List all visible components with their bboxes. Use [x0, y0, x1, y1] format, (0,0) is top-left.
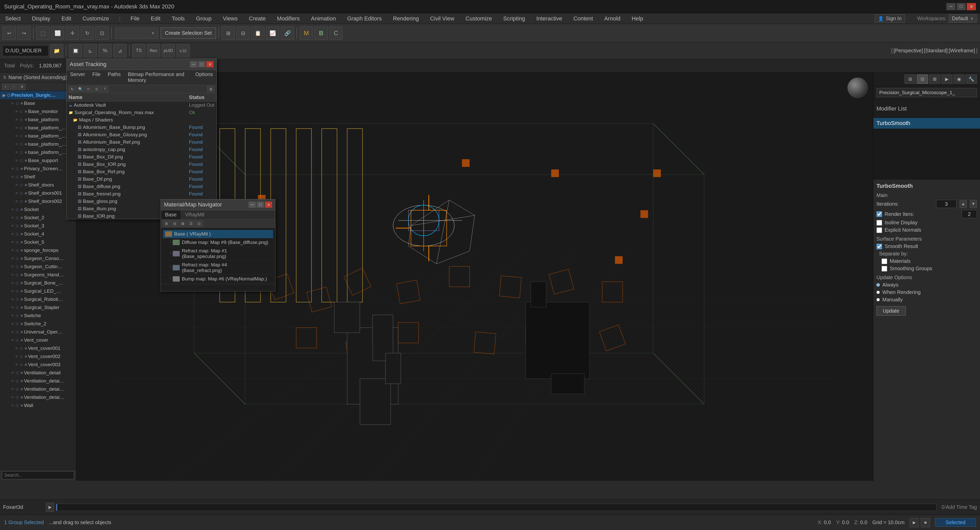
mirror-button[interactable]: ⊞: [221, 27, 235, 40]
at-row[interactable]: 🖼 Alluminium_Base_Glossy.png Found: [67, 131, 216, 139]
tree-item[interactable]: 👁 ⬡ ❄ base_platform_wheel_003: [0, 140, 76, 148]
at-row[interactable]: 🖼 Base_Box_Dif.png Found: [67, 153, 216, 161]
menu-edit2[interactable]: Edit: [149, 14, 162, 23]
tree-item[interactable]: 👁 ⬡ ❄ sponge_forceps: [0, 246, 76, 254]
menu-graph-editors[interactable]: Graph Editors: [345, 14, 384, 23]
spinner-snap-button[interactable]: ⊿: [113, 44, 126, 57]
display-panel-btn[interactable]: ◉: [953, 75, 965, 84]
menu-interactive[interactable]: Interactive: [534, 14, 564, 23]
rotate-button[interactable]: ↻: [81, 27, 94, 40]
at-row[interactable]: 🖼 Alluminium_Base_Bump.png Found: [67, 124, 216, 131]
rename-button[interactable]: Ren: [147, 44, 160, 57]
ts-render-iters-checkbox[interactable]: [877, 211, 882, 217]
at-copy-btn[interactable]: ⎘: [93, 86, 100, 92]
select-button[interactable]: ⬚: [36, 27, 49, 40]
at-row[interactable]: 📁 Surgical_Operating_Room_max.max Ok: [67, 109, 216, 117]
percent-snap-button[interactable]: %: [99, 44, 112, 57]
tree-item[interactable]: 👁 ⬡ ❄ Shelf_doors: [0, 181, 76, 189]
tree-item[interactable]: 👁 ⬡ ❄ Ventilation_detail: [0, 369, 76, 377]
maximize-button[interactable]: □: [956, 3, 966, 10]
menu-content[interactable]: Content: [571, 14, 595, 23]
ts-smooth-result-checkbox[interactable]: [877, 244, 882, 249]
tree-item[interactable]: 👁 ⬡ ❄ Base: [0, 99, 76, 107]
mat-nav-scrollbar[interactable]: [161, 284, 275, 291]
scene-add-btn[interactable]: +: [2, 84, 9, 90]
menu-file[interactable]: File: [129, 14, 142, 23]
tree-item[interactable]: 👁 ⬡ ❄ Socket_2: [0, 214, 76, 222]
tree-item[interactable]: 👁 ⬡ ❄ base_platform_wheel_004: [0, 148, 76, 156]
tree-item[interactable]: 👁 ⬡ ❄ base_platform_wheel_002: [0, 132, 76, 140]
path-browse-button[interactable]: 📁: [50, 44, 63, 57]
at-row[interactable]: 📂 Maps / Shaders: [67, 117, 216, 124]
scene-search-input[interactable]: [2, 471, 74, 479]
menu-customize2[interactable]: Customize: [463, 14, 494, 23]
at-minimize-btn[interactable]: ─: [190, 61, 197, 67]
ts-iterations-input[interactable]: [936, 200, 956, 208]
select-region-button[interactable]: ⬜: [51, 27, 64, 40]
menu-scripting[interactable]: Scripting: [501, 14, 527, 23]
at-toggle-btn[interactable]: ⊞: [207, 86, 215, 92]
at-row[interactable]: 🖼 Alluminium_Base_Ref.png Found: [67, 139, 216, 146]
menu-animation[interactable]: Animation: [309, 14, 338, 23]
tree-item[interactable]: 👁 ⬡ ❄ Surgical_LED_Microscope_Gen: [0, 287, 76, 295]
mat-row[interactable]: └ Diffuse map: Map #9 (Base_diffuse.png): [163, 238, 273, 247]
at-menu-server[interactable]: Server: [68, 71, 87, 84]
tree-item[interactable]: 👁 ⬡ ❄ base_platform: [0, 116, 76, 124]
tree-item[interactable]: 👁 ⬡ ❄ Surgical_Stapler: [0, 303, 76, 311]
move-button[interactable]: ✛: [66, 27, 79, 40]
create-selection-set-button[interactable]: Create Selection Set: [161, 27, 216, 39]
studio-version-button[interactable]: v.22: [177, 44, 190, 57]
tree-item[interactable]: 👁 ⬡ ❄ Ventilation_detail_2: [0, 377, 76, 385]
mat-tab-base[interactable]: Base: [161, 210, 181, 219]
mat-minimize-btn[interactable]: ─: [249, 201, 256, 208]
ts-materials-checkbox[interactable]: [881, 259, 887, 264]
schematic-view-button[interactable]: 🔗: [281, 27, 294, 40]
scale-button[interactable]: ⊡: [95, 27, 109, 40]
tree-item[interactable]: 👁 ⬡ ❄ Surgeon_Console_Da_Vinci_Xi: [0, 254, 76, 263]
mat-collapse-btn[interactable]: ⊟: [171, 220, 178, 227]
at-close-btn[interactable]: ✕: [206, 61, 213, 67]
at-menu-options[interactable]: Options: [194, 71, 215, 84]
scene-delete-btn[interactable]: −: [10, 84, 18, 90]
material-editor-button[interactable]: M: [300, 27, 313, 40]
tree-item[interactable]: 👁 ⬡ ❄ Switche_2: [0, 320, 76, 328]
path-display[interactable]: D:/UD_MOLIER: [3, 45, 48, 56]
tree-item[interactable]: 👁 ⬡ ❄ Shelf_doors001: [0, 189, 76, 197]
ts-inspector-button[interactable]: TS: [132, 44, 145, 57]
menu-civil-view[interactable]: Civil View: [428, 14, 456, 23]
at-menu-paths[interactable]: Paths: [106, 71, 122, 84]
at-row[interactable]: 🖼 Base_diffuse.png Found: [67, 183, 216, 190]
modify-panel-btn[interactable]: ⊟: [917, 75, 928, 84]
menu-display[interactable]: Display: [30, 14, 52, 23]
tree-item[interactable]: 👁 ⬡ ❄ Vent_cover: [0, 336, 76, 344]
mat-row[interactable]: └ Refract map: Map #1 (Base_specular.png…: [163, 247, 273, 261]
tree-item[interactable]: 👁 ⬡ ❄ Base_monitor: [0, 107, 76, 116]
minimize-button[interactable]: ─: [947, 3, 956, 10]
snap-toggle-button[interactable]: 🔲: [69, 44, 82, 57]
angle-snap-button[interactable]: ⊾: [84, 44, 97, 57]
tree-item[interactable]: 👁 ⬡ ❄ Universal_Operating_Table_OP: [0, 328, 76, 336]
mat-row[interactable]: └ Bump map: Map #6 (VRayNormalMap.): [163, 275, 273, 283]
tree-item[interactable]: 👁 ⬡ ❄ Shelf_doors002: [0, 197, 76, 206]
render-button[interactable]: C: [329, 27, 342, 40]
ts-iterations-down[interactable]: ▼: [970, 200, 977, 208]
tree-item[interactable]: 👁 ⬡ ❄ Shelf: [0, 173, 76, 181]
undo-button[interactable]: ↩: [3, 27, 16, 40]
at-refresh-btn[interactable]: ↻: [68, 86, 76, 92]
at-menu-bitmap-perf[interactable]: Bitmap Performance and Memory: [126, 71, 190, 84]
menu-arnold[interactable]: Arnold: [602, 14, 622, 23]
mat-thumb-btn[interactable]: ⊡: [196, 220, 203, 227]
at-menu-file[interactable]: File: [91, 71, 102, 84]
at-maximize-btn[interactable]: □: [198, 61, 205, 67]
puid-studio-button[interactable]: pUID: [162, 44, 175, 57]
menu-select[interactable]: Select: [3, 14, 23, 23]
tree-item[interactable]: 👁 ⬡ ❄ Vent_cover001: [0, 344, 76, 353]
render-setup-button[interactable]: B: [314, 27, 328, 40]
object-name-field[interactable]: Precision_Surgical_Microscope_1_: [877, 88, 977, 97]
tree-item[interactable]: 👁 ⬡ ❄ Vent_cover003: [0, 361, 76, 369]
menu-help[interactable]: Help: [630, 14, 645, 23]
align-button[interactable]: ⊟: [236, 27, 250, 40]
ts-manually-radio[interactable]: [877, 298, 880, 302]
mat-tab-vray[interactable]: VRayMtl: [181, 210, 208, 219]
tree-item[interactable]: 👁 ⬡ ❄ base_platform_wheel_001: [0, 124, 76, 132]
